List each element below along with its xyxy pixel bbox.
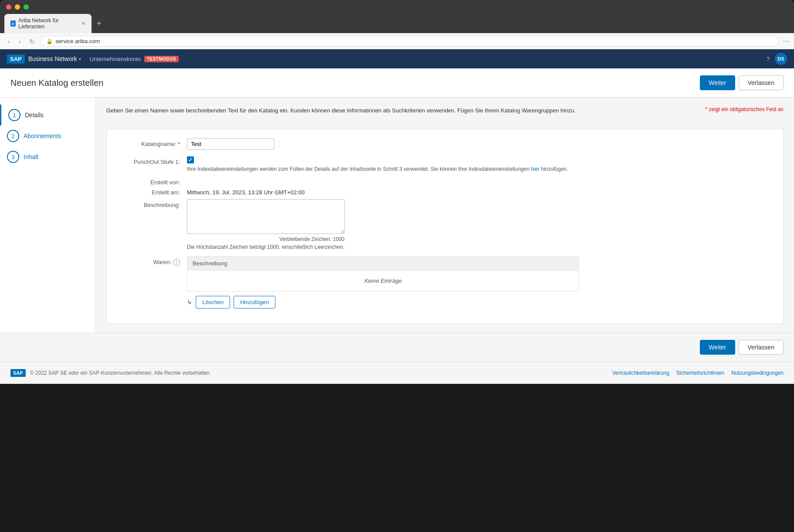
sidebar-label-details: Details [25, 112, 44, 119]
sidebar-label-abonnements: Abonnements [24, 132, 61, 139]
lock-icon: 🔒 [46, 38, 53, 44]
waren-info-icon[interactable]: i [173, 259, 180, 266]
footer-copy: © 2022 SAP SE oder ein SAP-Konzernuntern… [30, 370, 612, 376]
sidebar: 1 Details 2 Abonnements 3 Inhalt [0, 98, 96, 332]
punchout-row: PunchOut Stufe 1: Ihre Indexdateieneinst… [117, 156, 773, 173]
waren-table: Beschreibung Keine Einträge [187, 256, 579, 291]
weiter-button-top[interactable]: Weiter [700, 75, 735, 90]
punchout-info: Ihre Indexdateieneinstellungen werden zu… [187, 165, 568, 173]
page-header-actions: Weiter Verlassen [700, 75, 784, 90]
sap-brand[interactable]: Business Network ▾ [28, 55, 81, 62]
waren-table-header: Beschreibung [187, 257, 579, 271]
verlassen-button-top[interactable]: Verlassen [739, 75, 784, 90]
unternehmenskonto-link[interactable]: Unternehmenskonto [90, 56, 141, 62]
footer-link-vertraulichkeit[interactable]: Vertraulichkeitserklärung [612, 370, 669, 376]
sidebar-item-inhalt[interactable]: 3 Inhalt [0, 146, 95, 167]
step-circle-2: 2 [7, 130, 19, 142]
minimize-window-button[interactable] [15, 4, 20, 10]
tab-favicon: A [10, 20, 16, 27]
footer-link-sicherheit[interactable]: Sicherheitsrichtlinien [676, 370, 724, 376]
weiter-button-bottom[interactable]: Weiter [700, 340, 735, 355]
form-section: Katalogname: * PunchOut Stufe 1: Ihre In… [106, 129, 784, 324]
erstellt-am-label: Erstellt am: [117, 189, 187, 196]
katalogname-label: Katalogname: * [117, 138, 187, 147]
sidebar-item-abonnements[interactable]: 2 Abonnements [0, 125, 95, 146]
browser-tab[interactable]: A Ariba Network für Lieferanten ✕ [4, 14, 92, 33]
sap-brand-name: Business Network [28, 55, 77, 62]
step-circle-3: 3 [7, 151, 19, 163]
page-title: Neuen Katalog erstellen [10, 78, 700, 88]
url-input[interactable]: service.ariba.com [55, 38, 774, 44]
step-circle-1: 1 [8, 109, 20, 121]
user-avatar[interactable]: DS [775, 53, 787, 65]
sap-navbar: SAP Business Network ▾ Unternehmenskonto… [0, 49, 794, 68]
address-bar: ‹ › ↻ 🔒 service.ariba.com ⋯ [0, 33, 794, 49]
page-header: Neuen Katalog erstellen Weiter Verlassen [0, 68, 794, 98]
testmodus-badge: TESTMODUS [144, 56, 179, 62]
beschreibung-textarea[interactable] [187, 199, 345, 234]
page-footer-actions: Weiter Verlassen [0, 332, 794, 362]
reload-button[interactable]: ↻ [27, 37, 37, 46]
erstellt-von-row: Erstellt von: [117, 179, 773, 186]
katalogname-row: Katalogname: * [117, 138, 773, 150]
footer-logo: SAP [10, 369, 26, 377]
loeschen-button[interactable]: Löschen [196, 296, 230, 308]
waren-arrow-icon: ↳ [187, 298, 192, 305]
katalogname-input[interactable] [187, 138, 274, 150]
erstellt-von-label: Erstellt von: [117, 179, 187, 186]
info-text: Geben Sie einen Namen sowie beschreibend… [106, 106, 699, 115]
waren-label: Waren: i [117, 256, 187, 266]
sidebar-item-details[interactable]: 1 Details [0, 105, 95, 125]
sidebar-label-inhalt: Inhalt [24, 153, 38, 160]
new-tab-button[interactable]: + [93, 17, 105, 30]
main-form: Geben Sie einen Namen sowie beschreibend… [96, 98, 794, 332]
max-chars-note: Die Höchstanzahl Zeichen beträgt 1000, e… [187, 244, 345, 250]
back-button[interactable]: ‹ [5, 37, 13, 46]
site-footer: SAP © 2022 SAP SE oder ein SAP-Konzernun… [0, 362, 794, 384]
erstellt-am-row: Erstellt am: Mittwoch, 19. Jul. 2023, 13… [117, 189, 773, 196]
waren-row: Waren: i Beschreibung Keine Einträge ↳ L… [117, 256, 773, 308]
punchout-link[interactable]: hier [531, 166, 540, 172]
waren-actions: ↳ Löschen Hinzufügen [187, 296, 579, 308]
beschreibung-row: Beschreibung: Verbleibende Zeichen: 1000… [117, 199, 773, 250]
close-window-button[interactable] [6, 4, 11, 10]
char-count-value: 1000 [333, 236, 345, 242]
sap-logo: SAP [7, 54, 25, 64]
punchout-label: PunchOut Stufe 1: [117, 156, 187, 165]
sap-brand-chevron-icon: ▾ [79, 57, 81, 61]
tab-title: Ariba Network für Lieferanten [18, 17, 77, 30]
browser-menu-button[interactable]: ⋯ [783, 38, 789, 45]
punchout-checkbox[interactable] [187, 156, 194, 163]
footer-links: Vertraulichkeitserklärung Sicherheitsric… [612, 370, 784, 376]
char-count: Verbleibende Zeichen: 1000 [187, 236, 345, 242]
hinzufuegen-button[interactable]: Hinzufügen [234, 296, 275, 308]
required-note: * zeigt ein obligatorisches Feld an [706, 106, 784, 112]
erstellt-am-value: Mittwoch, 19. Jul. 2023, 13:28 Uhr GMT+0… [187, 189, 305, 196]
beschreibung-label: Beschreibung: [117, 199, 187, 208]
tab-close-button[interactable]: ✕ [81, 20, 85, 27]
forward-button[interactable]: › [16, 37, 24, 46]
verlassen-button-bottom[interactable]: Verlassen [739, 340, 784, 355]
help-icon[interactable]: ? [767, 56, 770, 62]
footer-link-nutzung[interactable]: Nutzungsbedingungen [731, 370, 784, 376]
required-star: * [178, 141, 180, 147]
maximize-window-button[interactable] [24, 4, 29, 10]
waren-table-empty: Keine Einträge [187, 271, 579, 291]
